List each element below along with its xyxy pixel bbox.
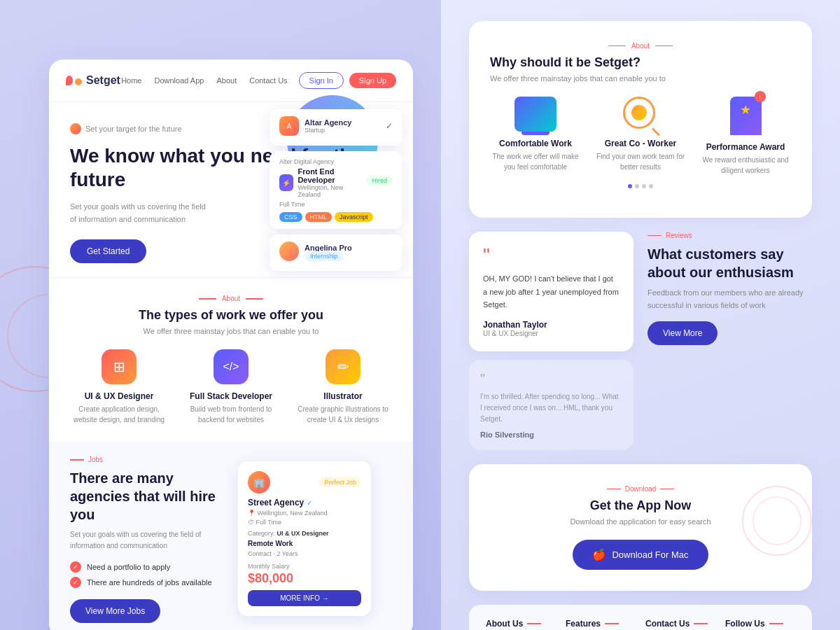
ui-ux-icon: ⊞ [113,358,125,375]
quote-icon-2: " [480,371,622,387]
download-deco [742,486,812,570]
perfect-job-badge: Perfect Job [319,477,361,487]
why-feature-2: Great Co - Worker Find your own work tea… [595,97,686,176]
illustrator-desc: Create graphic illustrations to create U… [294,404,392,425]
salary-label: Monthly Salary [248,563,361,570]
street-agency-name: Street Agency [248,498,304,507]
hero-section: Set your target for the future We know w… [49,102,413,277]
pagination-dots [490,184,791,188]
nav-home[interactable]: Home [121,76,141,85]
review-info: Reviews What customers say about our ent… [648,232,812,345]
jobs-subtitle: Set your goals with us covering the fiel… [70,529,224,552]
hero-card-3: Angelina Pro Internship [270,234,402,271]
dot-4 [649,184,653,188]
reviews-subtitle: Feedback from our members who are alread… [648,287,812,312]
brand-name: Setget [86,74,120,87]
ui-ux-icon-wrap: ⊞ [102,349,136,384]
why-card: About Why should it be Setget? We offer … [469,21,812,218]
footer-features-title: Features [566,619,634,629]
card2-icon: ⚡ [279,174,293,191]
review-card-secondary: " I'm so thrilled. After spending so lon… [469,360,634,450]
signin-button[interactable]: Sign In [299,72,344,89]
why-label: About [490,42,791,50]
about-title: The types of work we offer you [70,308,392,323]
performance-award-desc: We reward enthusiastic and diligent work… [700,155,791,176]
download-button[interactable]: 🍎 Download For Mac [573,540,708,570]
job-location: Wellington, New Zealand [298,184,362,198]
nav-download[interactable]: Download App [154,76,204,85]
fullstack-icon-wrap: </> [214,349,248,384]
quote-icon: " [483,246,620,265]
view-more-jobs-button[interactable]: View More Jobs [70,599,160,623]
illustrator-name: Illustrator [294,391,392,401]
altar-tag: Startup [304,127,351,134]
reviews-label-line [648,235,662,237]
check-icon-1: ✓ [70,561,81,573]
great-coworker-name: Great Co - Worker [595,139,686,148]
hero-card-1: A Altar Agency Startup ✓ [270,109,402,146]
jobs-content: Jobs There are many agencies that will h… [70,456,392,623]
feature-fullstack: </> Full Stack Developer Build web from … [182,349,280,425]
get-started-button[interactable]: Get Started [70,239,146,263]
skill-css: CSS [279,212,302,222]
right-panel: About Why should it be Setget? We offer … [441,0,840,630]
skill-html: HTML [305,212,332,222]
jobs-label-line [70,459,84,461]
footer-contact-title: Contact Us [645,619,714,629]
great-coworker-icon [623,97,658,132]
logo-dot2 [75,78,82,85]
job-type: Full Time [279,201,393,208]
fullstack-desc: Build web from frontend to backend for w… [182,404,280,425]
why-features: Comfortable Work The work we offer will … [490,97,791,176]
download-line-left [607,489,621,490]
footer-contact-line [694,623,708,624]
angelina-avatar [279,241,299,261]
job-location: 📍 Wellington, New Zealand [248,510,361,517]
footer-features-line [605,623,619,624]
feature-ui-ux: ⊞ UI & UX Designer Create application de… [70,349,168,425]
altar-name: Altar Agency [304,118,351,127]
reviews-label: Reviews [648,232,812,239]
performance-award-name: Performance Award [700,142,791,152]
dot-3 [642,184,646,188]
hero-card-2: Alter Digital Agency ⚡ Front End Develop… [270,151,402,229]
why-feature-3: ★ ! Performance Award We reward enthusia… [700,97,791,176]
review-role-1: UI & UX Designer [483,330,620,337]
job-contract: Contract · 2 Years [248,550,361,557]
footer-follow-title: Follow Us [725,619,795,629]
signup-button[interactable]: Sign Up [349,73,396,88]
about-label: About [70,295,392,302]
fullstack-icon: </> [223,360,239,373]
why-subtitle: We offer three mainstay jobs that can en… [490,74,791,83]
about-subtitle: We offer three mainstay jobs that can en… [70,327,392,335]
comfortable-work-desc: The work we offer will make you feel com… [490,151,581,172]
nav-about[interactable]: About [216,76,237,85]
why-feature-1: Comfortable Work The work we offer will … [490,97,581,176]
ui-ux-desc: Create application design, website desig… [70,404,168,425]
nav-contact[interactable]: Contact Us [249,76,287,85]
comfortable-work-icon [514,97,556,132]
footer-grid: About Us Who we are ? Become a Partner D… [486,619,795,630]
view-more-button[interactable]: View More [648,321,718,345]
illustrator-icon-wrap: ✏ [326,349,360,384]
comfortable-work-name: Comfortable Work [490,139,581,148]
navbar: Setget Home Download App About Contact U… [49,59,413,102]
jobs-title: There are many agencies that will hire y… [70,469,224,524]
review-author-1: Jonathan Taylor [483,320,620,330]
hired-badge: Hired [366,176,393,186]
performance-award-icon: ★ ! [730,97,762,135]
angelina-name: Angelina Pro [304,244,352,252]
review-text-1: OH, MY GOD! I can't believe that I got a… [483,272,620,312]
job-card: 🏢 Perfect Job Street Agency ✓ 📍 Wellingt… [238,461,371,616]
footer-col-about: About Us Who we are ? Become a Partner D… [486,619,554,630]
features-grid: ⊞ UI & UX Designer Create application de… [70,349,392,425]
more-info-button[interactable]: MORE INFO → [248,590,361,606]
skill-js: Javascript [335,212,373,222]
about-label-line-right [246,298,263,300]
about-label-line-left [199,298,216,300]
download-label-text: Download [625,485,656,493]
inner-card: Setget Home Download App About Contact U… [49,59,413,630]
nav-links: Home Download App About Contact Us [121,76,287,85]
left-panel: Setget Home Download App About Contact U… [0,0,441,630]
street-agency-avatar: 🏢 [248,471,270,493]
